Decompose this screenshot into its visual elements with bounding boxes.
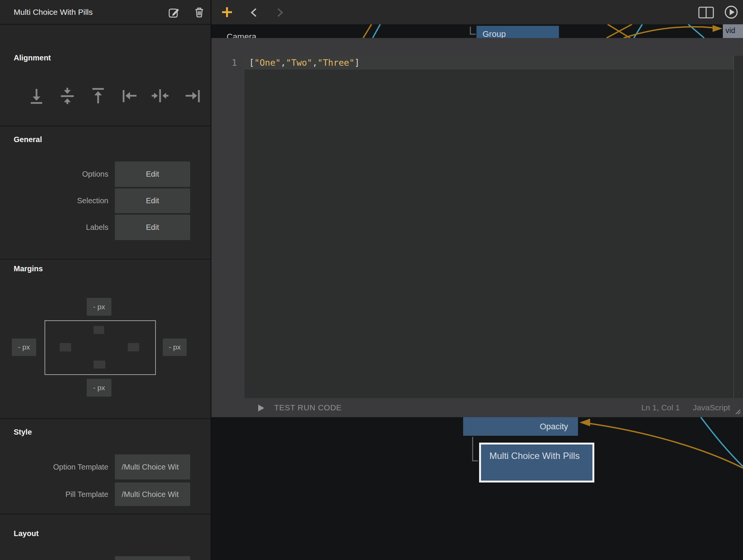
code-punct: ] <box>354 58 360 68</box>
alignment-heading: Alignment <box>14 54 51 62</box>
resize-grip-icon[interactable] <box>733 408 741 415</box>
align-bottom-icon[interactable] <box>27 87 46 105</box>
pill-template-value[interactable]: /Multi Choice Wit <box>115 482 190 506</box>
margin-bottom-field[interactable]: - px <box>87 379 111 397</box>
patch-title: Multi Choice With Pills <box>14 0 93 24</box>
margin-bottom-handle[interactable] <box>94 361 105 369</box>
back-icon[interactable] <box>250 8 257 17</box>
wire-arrowhead <box>713 25 722 32</box>
code-line[interactable]: ["One","Two","Three"] <box>249 56 360 70</box>
rename-icon[interactable] <box>168 6 180 18</box>
inspector-sidebar: Multi Choice With Pills Alignment <box>0 0 211 560</box>
section-divider <box>0 514 211 514</box>
code-string: "Two" <box>286 58 312 68</box>
wire-teal[interactable] <box>373 24 380 38</box>
add-patch-icon[interactable] <box>221 6 233 18</box>
align-left-icon[interactable] <box>121 87 139 105</box>
labels-label: Labels <box>0 215 108 240</box>
selection-edit-button[interactable]: Edit <box>115 188 190 213</box>
margin-top-field[interactable]: - px <box>87 298 111 316</box>
inspector-titlebar: Multi Choice With Pills <box>0 0 211 25</box>
multi-choice-elbow-connector <box>473 437 478 461</box>
selection-label: Selection <box>0 188 108 213</box>
editor-footer: TEST RUN CODE Ln 1, Col 1JavaScript <box>211 398 743 417</box>
opacity-node[interactable]: Opacity <box>463 417 578 436</box>
margin-right-handle[interactable] <box>128 343 139 351</box>
language-selector[interactable]: JavaScript <box>693 403 730 412</box>
section-divider <box>0 126 211 127</box>
align-right-icon[interactable] <box>183 87 201 105</box>
code-punct: , <box>281 58 286 68</box>
options-edit-button[interactable]: Edit <box>115 161 190 187</box>
option-template-value[interactable]: /Multi Choice Wit <box>115 454 190 479</box>
code-area[interactable]: ["One","Two","Three"] <box>244 56 743 398</box>
play-icon[interactable] <box>724 5 738 19</box>
option-template-label: Option Template <box>0 454 108 479</box>
group-elbow-connector <box>470 27 476 34</box>
align-horizontal-center-icon[interactable] <box>151 87 169 105</box>
options-label: Options <box>0 161 108 187</box>
margin-left-handle[interactable] <box>60 343 71 351</box>
code-string: "One" <box>254 58 281 68</box>
style-heading: Style <box>14 428 32 437</box>
section-divider <box>0 259 211 259</box>
run-icon[interactable] <box>258 404 265 412</box>
line-number: 1 <box>211 56 237 70</box>
multi-choice-with-pills-node[interactable]: Multi Choice With Pills <box>479 443 594 482</box>
general-heading: General <box>14 135 42 144</box>
margins-heading: Margins <box>14 264 43 273</box>
margin-right-field[interactable]: - px <box>163 339 187 356</box>
code-string: "Three" <box>318 58 354 68</box>
code-editor-popover: 1 ["One","Two","Three"] TEST RUN CODE Ln… <box>211 38 743 417</box>
split-view-icon[interactable] <box>698 6 714 19</box>
wire-arrowhead <box>579 419 590 426</box>
margin-top-handle[interactable] <box>94 326 104 334</box>
labels-edit-button[interactable]: Edit <box>115 215 190 240</box>
section-divider <box>0 418 211 419</box>
wire-orange[interactable] <box>363 24 372 38</box>
wire-teal[interactable] <box>634 24 642 38</box>
delete-icon[interactable] <box>193 6 205 18</box>
layout-partial-button[interactable] <box>115 556 190 560</box>
cursor-position: Ln 1, Col 1 <box>641 403 680 412</box>
test-run-code-button[interactable]: TEST RUN CODE <box>274 398 342 417</box>
pill-template-label: Pill Template <box>0 482 108 506</box>
align-vertical-center-icon[interactable] <box>58 87 76 105</box>
patch-toolbar <box>211 0 743 24</box>
wire-orange[interactable] <box>583 422 743 468</box>
layout-heading: Layout <box>14 529 39 538</box>
forward-icon[interactable] <box>277 8 284 17</box>
code-punct: [ <box>249 58 254 68</box>
align-top-icon[interactable] <box>89 87 107 105</box>
scrollbar-track[interactable] <box>733 56 734 398</box>
vid-node[interactable]: vid <box>723 24 743 39</box>
margin-left-field[interactable]: - px <box>12 339 36 356</box>
code-punct: , <box>312 58 318 68</box>
